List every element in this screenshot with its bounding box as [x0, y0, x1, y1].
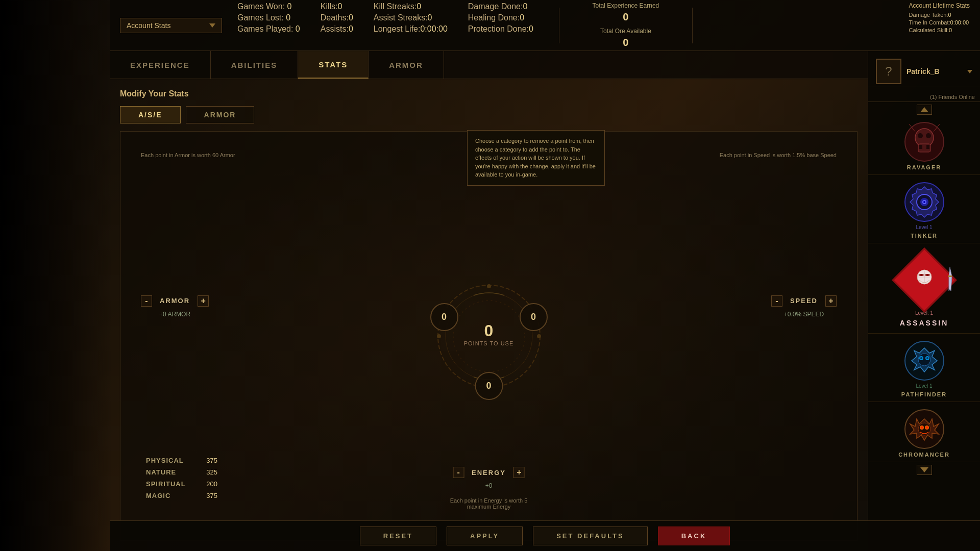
ravager-icon [904, 121, 945, 162]
svg-point-13 [926, 133, 931, 138]
stats-tooltip: Choose a category to remove a point from… [467, 130, 605, 186]
armor-circle: 0 [430, 303, 458, 331]
energy-info-text: Each point in Energy is worth 5maximum E… [450, 497, 528, 510]
separator [559, 8, 559, 43]
magic-row: MAGIC 375 [146, 492, 217, 499]
stats-panel: Each point in Armor is worth 60 Armor Ea… [120, 131, 857, 541]
profile-section: ? Patrick_B [868, 56, 980, 87]
top-bar: Account Stats Games Won: 0 Games Lost: 0… [110, 0, 980, 51]
game-stats-group: Games Won: 0 Games Lost: 0 Games Played:… [237, 2, 970, 48]
total-ore-label: Total Ore Available [600, 28, 651, 35]
hero-entry-pathfinder[interactable]: Level 1 PATHFINDER [868, 336, 980, 402]
energy-control-row: - ENERGY + [453, 467, 525, 478]
dropdown-arrow-icon [209, 23, 215, 28]
svg-point-19 [923, 201, 925, 203]
background-figure [0, 0, 112, 551]
friends-online: (1) Friends Online [868, 92, 980, 102]
reset-button[interactable]: RESET [360, 527, 436, 545]
tinker-name: TINKER [911, 233, 938, 239]
tab-experience[interactable]: EXPERIENCE [110, 51, 211, 79]
energy-control: - ENERGY + +0 [453, 467, 525, 489]
dagger-right [945, 266, 955, 294]
physical-row: PHYSICAL 375 [146, 457, 217, 464]
tabs-bar: EXPERIENCE ABILITIES STATS ARMOR [110, 51, 868, 79]
svg-rect-10 [919, 145, 922, 149]
energy-increase-btn[interactable]: + [513, 467, 525, 478]
tinker-icon [904, 182, 945, 222]
profile-dropdown-icon[interactable] [967, 70, 972, 73]
ravager-icon-wrapper [904, 121, 945, 162]
content-area: EXPERIENCE ABILITIES STATS ARMOR Modify … [110, 51, 868, 551]
stats-sub-tabs: A/S/E ARMOR [120, 106, 857, 123]
stats-col-2: Kills:0 Deaths:0 Assists:0 [321, 2, 353, 34]
stats-content: Modify Your Stats A/S/E ARMOR Choose a c… [110, 79, 868, 551]
attribute-list: PHYSICAL 375 NATURE 325 SPIRITUAL 200 MA… [146, 457, 217, 499]
profile-name: Patrick_B [906, 67, 940, 76]
stats-col-4: Damage Done:0 Healing Done:0 Protection … [468, 2, 533, 34]
hero-entry-tinker[interactable]: Level 1 TINKER [868, 178, 980, 243]
total-exp-label: Total Experience Earned [593, 2, 659, 9]
center-points: 0 POINTS TO USE [464, 321, 514, 346]
nature-row: NATURE 325 [146, 468, 217, 476]
sub-tab-armor[interactable]: ARMOR [186, 106, 255, 123]
spiritual-row: SPIRITUAL 200 [146, 480, 217, 488]
chromancer-name: CHROMANCER [898, 452, 950, 458]
assassin-inner [909, 264, 940, 296]
svg-point-12 [918, 133, 923, 138]
total-exp-value: 0 [623, 11, 628, 23]
svg-point-28 [920, 357, 922, 359]
hero-entry-chromancer[interactable]: CHROMANCER [868, 405, 980, 462]
energy-stat-name: ENERGY [472, 469, 506, 477]
hero-entry-assassin[interactable]: Level: 1 ASSASSIN [868, 246, 980, 334]
apply-button[interactable]: APPLY [447, 527, 523, 545]
pathfinder-icon-wrapper [904, 340, 945, 381]
hero-entry-ravager[interactable]: RAVAGER [868, 117, 980, 175]
account-stats-dropdown[interactable]: Account Stats [120, 18, 222, 33]
speed-circle: 0 [520, 303, 548, 331]
speed-circle-value: 0 [520, 303, 548, 331]
tinker-level: Level 1 [916, 224, 932, 230]
svg-point-29 [926, 357, 928, 359]
main-container: EXPERIENCE ABILITIES STATS ARMOR Modify … [110, 51, 980, 551]
svg-point-35 [926, 427, 928, 429]
assassin-name: ASSASSIN [900, 319, 949, 327]
games-lost-label: Games Lost: [237, 13, 284, 22]
set-defaults-button[interactable]: SET DEFAULTS [533, 527, 648, 545]
energy-modifier: +0 [485, 482, 493, 489]
scroll-up-btn[interactable] [917, 105, 932, 115]
svg-point-34 [921, 427, 923, 429]
back-button[interactable]: BACK [658, 527, 730, 545]
armor-circle-value: 0 [430, 303, 458, 331]
games-won-label: Games Won: [237, 2, 285, 11]
total-ore-value: 0 [623, 37, 628, 48]
assassin-face-icon [909, 264, 940, 294]
svg-rect-11 [926, 145, 929, 149]
ravager-name: RAVAGER [907, 164, 941, 170]
tab-stats[interactable]: STATS [298, 51, 369, 79]
tinker-icon-wrapper [904, 182, 945, 222]
pathfinder-icon [904, 340, 945, 381]
scroll-down-btn[interactable] [917, 465, 932, 475]
right-sidebar: ? Patrick_B (1) Friends Online [868, 51, 980, 551]
chromancer-icon [904, 409, 945, 449]
games-played-row: Games Played: 0 [237, 24, 300, 34]
games-played-value: 0 [296, 24, 300, 33]
account-stats-label: Account Stats [127, 21, 204, 30]
points-label: POINTS TO USE [464, 340, 514, 346]
stats-col-3: Kill Streaks:0 Assist Streaks:0 Longest … [374, 2, 448, 34]
separator2 [692, 8, 693, 43]
games-played-label: Games Played: [237, 24, 293, 33]
lifetime-stats-section: Account Lifetime Stats Damage Taken:0 Ti… [909, 2, 970, 33]
tab-armor[interactable]: ARMOR [369, 51, 444, 79]
lifetime-title: Account Lifetime Stats [909, 2, 970, 9]
avatar: ? [876, 59, 901, 84]
modify-header: Modify Your Stats [120, 89, 857, 98]
sub-tab-ase[interactable]: A/S/E [120, 106, 181, 123]
energy-decrease-btn[interactable]: - [453, 467, 464, 478]
bottom-buttons: RESET APPLY SET DEFAULTS BACK [110, 520, 980, 551]
pathfinder-name: PATHFINDER [901, 391, 947, 397]
total-exp-section: Total Experience Earned 0 Total Ore Avai… [585, 2, 667, 48]
stats-col-1: Games Won: 0 Games Lost: 0 Games Played:… [237, 2, 300, 34]
pathfinder-level: Level 1 [916, 383, 932, 389]
tab-abilities[interactable]: ABILITIES [211, 51, 299, 79]
